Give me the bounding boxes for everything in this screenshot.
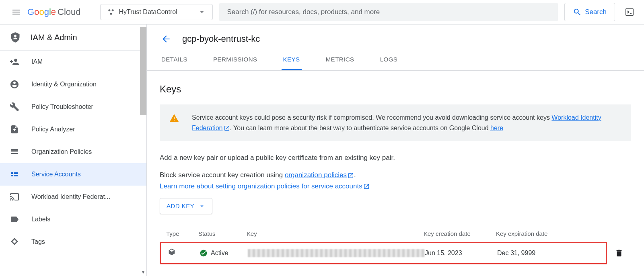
chevron-down-icon (198, 202, 206, 210)
top-bar: Google Cloud HyTrust DataControl Search … (0, 0, 644, 24)
link-learn-more-org-policies[interactable]: Learn more about setting organization po… (160, 182, 370, 190)
page-title: gcp-byok-entrust-kc (182, 34, 260, 44)
wrench-icon (10, 102, 19, 112)
key-value-redacted (248, 249, 425, 257)
logo-cloud-text: Cloud (58, 7, 80, 17)
hamburger-menu-button[interactable] (6, 2, 26, 22)
cloud-shell-button[interactable] (621, 4, 638, 20)
nav-label: IAM (31, 58, 43, 65)
menu-icon (11, 7, 21, 17)
trash-icon (615, 249, 623, 258)
svg-rect-3 (626, 9, 633, 15)
svg-point-0 (108, 9, 110, 11)
document-search-icon (10, 125, 19, 134)
open-in-new-icon (363, 183, 370, 190)
shield-icon (10, 32, 21, 43)
nav-label: Identity & Organization (31, 81, 97, 88)
sidebar-item-organization-policies[interactable]: Organization Policies (0, 141, 146, 163)
federation-icon (10, 192, 19, 202)
search-button[interactable]: Search (564, 3, 615, 21)
search-icon (573, 8, 582, 16)
sidebar-item-identity-organization[interactable]: Identity & Organization (0, 73, 146, 96)
cell-key (248, 249, 425, 257)
col-key: Key (247, 230, 424, 237)
svg-point-4 (14, 35, 16, 37)
key-type-icon (167, 248, 176, 257)
person-add-icon (10, 57, 19, 67)
block-key-text: Block service account key creation using… (160, 170, 631, 191)
tab-logs[interactable]: LOGS (379, 49, 399, 70)
open-in-new-icon (348, 172, 354, 179)
search-placeholder: Search (/) for resources, docs, products… (227, 8, 380, 16)
warning-banner: Service account keys could pose a securi… (160, 104, 631, 141)
add-key-button[interactable]: ADD KEY (160, 198, 212, 214)
tag-icon (10, 237, 19, 247)
google-cloud-logo[interactable]: Google Cloud (27, 7, 81, 17)
list-icon (10, 147, 19, 157)
col-status: Status (198, 230, 247, 237)
cell-status: Active (200, 249, 248, 257)
sidebar-item-service-accounts[interactable]: Service Accounts (0, 163, 146, 186)
add-key-label: ADD KEY (167, 202, 194, 209)
sidebar-item-labels[interactable]: Labels (0, 208, 146, 231)
link-organization-policies[interactable]: organization policies (285, 171, 354, 179)
sidebar-item-policy-analyzer[interactable]: Policy Analyzer (0, 118, 146, 141)
sidebar-item-policy-troubleshooter[interactable]: Policy Troubleshooter (0, 96, 146, 118)
description-text: Add a new key pair or upload a public ke… (160, 152, 631, 163)
sidebar: ▲ IAM & Admin IAM Identity & Organizatio… (0, 25, 147, 276)
nav-label: Tags (31, 238, 45, 245)
warning-text: Service account keys could pose a securi… (192, 112, 621, 133)
tab-bar: DETAILS PERMISSIONS KEYS METRICS LOGS (147, 49, 644, 71)
svg-point-2 (110, 12, 112, 14)
nav-label: Policy Troubleshooter (31, 103, 93, 110)
tab-details[interactable]: DETAILS (160, 49, 189, 70)
service-account-icon (10, 170, 19, 179)
project-name: HyTrust DataControl (119, 8, 177, 16)
cell-created: Jun 15, 2023 (425, 249, 497, 257)
chevron-down-icon (198, 8, 206, 16)
table-row: Active Jun 15, 2023 Dec 31, 9999 (160, 242, 607, 264)
sidebar-section-header: IAM & Admin (0, 25, 146, 51)
delete-key-button[interactable] (607, 242, 631, 264)
nav-label: Labels (31, 216, 50, 223)
sidebar-item-tags[interactable]: Tags (0, 231, 146, 253)
tab-permissions[interactable]: PERMISSIONS (212, 49, 259, 70)
col-type: Type (166, 230, 198, 237)
nav-label: Workload Identity Federat... (31, 193, 110, 200)
warning-icon (169, 113, 179, 123)
scroll-down-arrow[interactable]: ▼ (140, 269, 146, 275)
keys-table: Type Status Key Key creation date Key ex… (160, 225, 631, 264)
nav-label: Policy Analyzer (31, 126, 75, 133)
tab-keys[interactable]: KEYS (282, 49, 302, 70)
nav-label: Organization Policies (31, 148, 92, 155)
nav-label: Service Accounts (31, 171, 81, 178)
label-icon (10, 215, 19, 224)
check-circle-icon (200, 249, 208, 257)
sidebar-item-iam[interactable]: IAM (0, 51, 146, 73)
sidebar-item-workload-identity-federation[interactable]: Workload Identity Federat... (0, 186, 146, 208)
cell-expires: Dec 31, 9999 (497, 249, 570, 257)
col-expires: Key expiration date (496, 230, 568, 237)
terminal-icon (625, 7, 634, 17)
arrow-back-icon (161, 34, 171, 44)
cell-type (167, 248, 200, 258)
search-button-label: Search (585, 8, 607, 16)
account-circle-icon (10, 80, 19, 89)
project-icon (107, 8, 115, 16)
open-in-new-icon (224, 125, 230, 131)
tab-metrics[interactable]: METRICS (324, 49, 356, 70)
back-button[interactable] (160, 33, 173, 45)
section-heading: Keys (160, 84, 631, 95)
sidebar-scrollbar[interactable] (140, 27, 146, 115)
main-content: gcp-byok-entrust-kc DETAILS PERMISSIONS … (147, 25, 644, 276)
project-picker[interactable]: HyTrust DataControl (100, 4, 213, 20)
search-input[interactable]: Search (/) for resources, docs, products… (219, 3, 558, 21)
col-created: Key creation date (424, 230, 496, 237)
table-header: Type Status Key Key creation date Key ex… (160, 225, 631, 242)
sidebar-section-title: IAM & Admin (31, 33, 77, 42)
svg-point-1 (111, 9, 113, 11)
link-here[interactable]: here (490, 125, 503, 131)
